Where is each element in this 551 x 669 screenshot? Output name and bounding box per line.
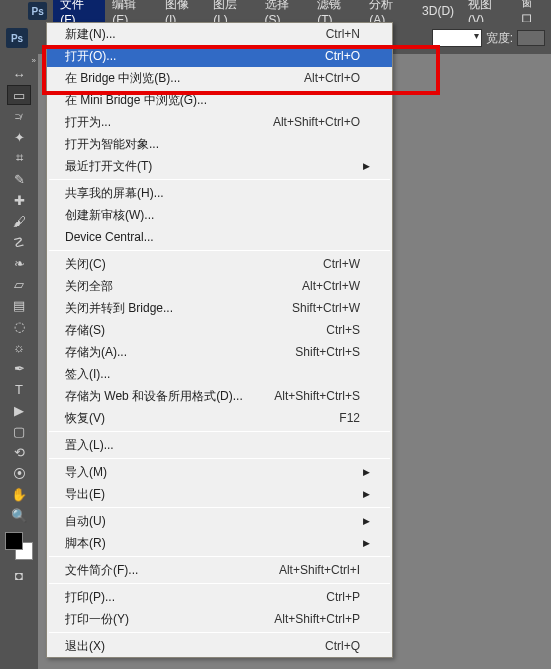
menu-item-[interactable]: 打开为智能对象... xyxy=(47,133,392,155)
menu-item-a[interactable]: 存储为(A)...Shift+Ctrl+S xyxy=(47,341,392,363)
menu-item-shortcut: Ctrl+O xyxy=(325,49,360,63)
tool-crop[interactable]: ⌗ xyxy=(7,148,31,168)
menu-item-c[interactable]: 关闭(C)Ctrl+W xyxy=(47,253,392,275)
menu-item-u[interactable]: 自动(U)▶ xyxy=(47,510,392,532)
tool-brush[interactable]: 🖌 xyxy=(7,211,31,231)
menu-item-h[interactable]: 共享我的屏幕(H)... xyxy=(47,182,392,204)
menu-item-label: 共享我的屏幕(H)... xyxy=(65,185,360,202)
menubar: Ps 文件(F) 编辑(E) 图像(I) 图层(L) 选择(S) 滤镜(T) 分… xyxy=(0,0,551,22)
menu-item-label: 存储(S) xyxy=(65,322,326,339)
tool-cam[interactable]: ⦿ xyxy=(7,463,31,483)
menu-item-bridgeb[interactable]: 在 Bridge 中浏览(B)...Alt+Ctrl+O xyxy=(47,67,392,89)
tool-lasso[interactable]: ⟉ xyxy=(7,106,31,126)
toolbox-expand-icon[interactable]: » xyxy=(32,56,36,65)
menu-separator xyxy=(49,583,390,584)
menu-item-o[interactable]: 打开(O)...Ctrl+O xyxy=(47,45,392,67)
fg-color-swatch[interactable] xyxy=(5,532,23,550)
menu-item-label: 置入(L)... xyxy=(65,437,360,454)
menu-item-shortcut: Alt+Shift+Ctrl+O xyxy=(273,115,360,129)
menu-item-label: 在 Mini Bridge 中浏览(G)... xyxy=(65,92,360,109)
menu-item-label: 最近打开文件(T) xyxy=(65,158,360,175)
menu-item-[interactable]: 打开为...Alt+Shift+Ctrl+O xyxy=(47,111,392,133)
menu-item-p[interactable]: 打印(P)...Ctrl+P xyxy=(47,586,392,608)
menu-item-[interactable]: 关闭全部Alt+Ctrl+W xyxy=(47,275,392,297)
tool-wand[interactable]: ✦ xyxy=(7,127,31,147)
menu-separator xyxy=(49,507,390,508)
submenu-arrow-icon: ▶ xyxy=(360,516,370,526)
tool-gradient[interactable]: ▤ xyxy=(7,295,31,315)
tool-move[interactable]: ↔ xyxy=(7,64,31,84)
submenu-arrow-icon: ▶ xyxy=(360,161,370,171)
tool-mask[interactable]: ◘ xyxy=(7,565,31,585)
menu-item-shortcut: Ctrl+W xyxy=(323,257,360,271)
menu-item-devicecentral[interactable]: Device Central... xyxy=(47,226,392,248)
tool-rect[interactable]: ▢ xyxy=(7,421,31,441)
tool-blur[interactable]: ◌ xyxy=(7,316,31,336)
menu-item-label: 打印一份(Y) xyxy=(65,611,274,628)
tool-marquee[interactable]: ▭ xyxy=(7,85,31,105)
color-swatches[interactable] xyxy=(5,532,33,560)
menu-item-t[interactable]: 最近打开文件(T)▶ xyxy=(47,155,392,177)
preset-combo[interactable] xyxy=(432,29,482,47)
menu-item-label: 退出(X) xyxy=(65,638,325,655)
width-field[interactable] xyxy=(517,30,545,46)
toolbox: » ↔ ▭ ⟉ ✦ ⌗ ✎ ✚ 🖌 ☡ ❧ ▱ ▤ ◌ ☼ ✒ T ▶ ▢ ⟲ … xyxy=(0,54,38,669)
menu-item-i[interactable]: 签入(I)... xyxy=(47,363,392,385)
tool-hand[interactable]: ✋ xyxy=(7,484,31,504)
menu-separator xyxy=(49,556,390,557)
menu-3d[interactable]: 3D(D) xyxy=(415,1,461,21)
tool-eraser[interactable]: ▱ xyxy=(7,274,31,294)
menu-item-label: 创建新审核(W)... xyxy=(65,207,360,224)
menu-separator xyxy=(49,179,390,180)
tool-path-sel[interactable]: ▶ xyxy=(7,400,31,420)
menu-item-label: 新建(N)... xyxy=(65,26,326,43)
menu-separator xyxy=(49,458,390,459)
width-label: 宽度: xyxy=(486,30,513,47)
menu-item-label: 自动(U) xyxy=(65,513,360,530)
menu-item-label: 打开为智能对象... xyxy=(65,136,360,153)
tool-history[interactable]: ❧ xyxy=(7,253,31,273)
menu-item-shortcut: Alt+Shift+Ctrl+S xyxy=(274,389,360,403)
tool-heal[interactable]: ✚ xyxy=(7,190,31,210)
menu-item-label: 恢复(V) xyxy=(65,410,339,427)
file-menu-dropdown: 新建(N)...Ctrl+N打开(O)...Ctrl+O在 Bridge 中浏览… xyxy=(46,22,393,658)
menu-item-n[interactable]: 新建(N)...Ctrl+N xyxy=(47,23,392,45)
menu-item-shortcut: Shift+Ctrl+S xyxy=(295,345,360,359)
menu-item-v[interactable]: 恢复(V)F12 xyxy=(47,407,392,429)
submenu-arrow-icon: ▶ xyxy=(360,467,370,477)
menu-item-y[interactable]: 打印一份(Y)Alt+Shift+Ctrl+P xyxy=(47,608,392,630)
menu-item-minibridgeg[interactable]: 在 Mini Bridge 中浏览(G)... xyxy=(47,89,392,111)
tool-3d[interactable]: ⟲ xyxy=(7,442,31,462)
menu-separator xyxy=(49,632,390,633)
tool-zoom[interactable]: 🔍 xyxy=(7,505,31,525)
menu-item-e[interactable]: 导出(E)▶ xyxy=(47,483,392,505)
menu-item-label: 签入(I)... xyxy=(65,366,360,383)
menu-item-label: 关闭(C) xyxy=(65,256,323,273)
submenu-arrow-icon: ▶ xyxy=(360,489,370,499)
tool-dodge[interactable]: ☼ xyxy=(7,337,31,357)
menu-item-x[interactable]: 退出(X)Ctrl+Q xyxy=(47,635,392,657)
menu-item-shortcut: Ctrl+P xyxy=(326,590,360,604)
menu-item-r[interactable]: 脚本(R)▶ xyxy=(47,532,392,554)
tool-pen[interactable]: ✒ xyxy=(7,358,31,378)
menu-item-m[interactable]: 导入(M)▶ xyxy=(47,461,392,483)
menu-separator xyxy=(49,431,390,432)
menu-item-label: 打开为... xyxy=(65,114,273,131)
menu-item-webd[interactable]: 存储为 Web 和设备所用格式(D)...Alt+Shift+Ctrl+S xyxy=(47,385,392,407)
menu-item-label: 打开(O)... xyxy=(65,48,325,65)
menu-item-label: 关闭全部 xyxy=(65,278,302,295)
menu-item-shortcut: Ctrl+S xyxy=(326,323,360,337)
menu-item-l[interactable]: 置入(L)... xyxy=(47,434,392,456)
menu-item-shortcut: Ctrl+N xyxy=(326,27,360,41)
menu-item-s[interactable]: 存储(S)Ctrl+S xyxy=(47,319,392,341)
menu-item-f[interactable]: 文件简介(F)...Alt+Shift+Ctrl+I xyxy=(47,559,392,581)
menu-item-w[interactable]: 创建新审核(W)... xyxy=(47,204,392,226)
app-home-icon[interactable]: Ps xyxy=(6,28,28,48)
menu-item-label: 导出(E) xyxy=(65,486,360,503)
tool-eyedropper[interactable]: ✎ xyxy=(7,169,31,189)
tool-stamp[interactable]: ☡ xyxy=(7,232,31,252)
menu-item-label: 在 Bridge 中浏览(B)... xyxy=(65,70,304,87)
menu-item-bridge[interactable]: 关闭并转到 Bridge...Shift+Ctrl+W xyxy=(47,297,392,319)
menu-item-label: 关闭并转到 Bridge... xyxy=(65,300,292,317)
tool-type[interactable]: T xyxy=(7,379,31,399)
